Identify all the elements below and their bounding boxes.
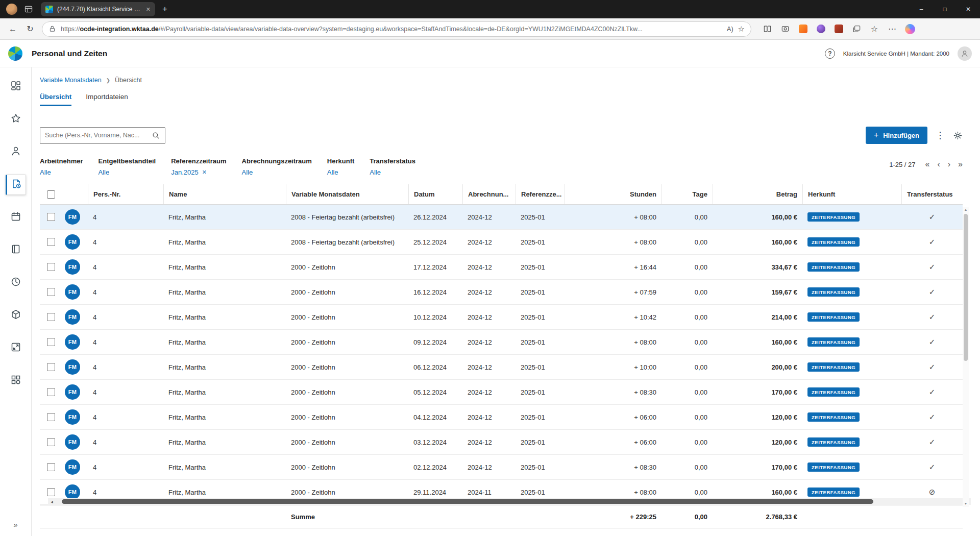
sidebar-item-calendar[interactable] — [6, 207, 26, 228]
workspaces-icon[interactable] — [21, 2, 36, 16]
read-aloud-icon[interactable]: A) — [727, 26, 733, 33]
table-row[interactable]: FM 4 Fritz, Martha 2000 - Zeitlohn 10.12… — [40, 305, 963, 330]
table-row[interactable]: FM 4 Fritz, Martha 2000 - Zeitlohn 06.12… — [40, 355, 963, 380]
pinned-extension-icon-1[interactable] — [796, 22, 810, 36]
column-tage[interactable]: Tage — [662, 184, 713, 204]
sidebar-item-time[interactable] — [6, 273, 26, 293]
add-button[interactable]: + Hinzufügen — [866, 127, 927, 144]
scroll-up-icon[interactable]: ▲ — [964, 207, 968, 213]
sidebar-item-favorites[interactable] — [6, 109, 26, 130]
scroll-left-icon[interactable]: ◂ — [48, 499, 56, 504]
sidebar-item-variable-data[interactable] — [6, 175, 26, 195]
row-checkbox[interactable] — [47, 438, 55, 446]
favorites-bar-icon[interactable]: ☆ — [868, 22, 881, 36]
address-bar[interactable]: https://ocde-integration.wktaa.de/#/Payr… — [42, 21, 751, 37]
pinned-extension-icon-2[interactable] — [814, 22, 827, 36]
split-screen-icon[interactable] — [761, 22, 774, 36]
breadcrumb-link[interactable]: Variable Monatsdaten — [40, 77, 102, 84]
filter-entgeltbestandteil[interactable]: Entgeltbestandteil Alle — [99, 157, 156, 176]
search-input[interactable] — [45, 132, 152, 139]
row-checkbox[interactable] — [47, 288, 55, 296]
column-name[interactable]: Name — [163, 184, 286, 204]
more-actions-icon[interactable]: ⋮ — [936, 130, 945, 141]
table-row[interactable]: FM 4 Fritz, Martha 2008 - Feiertag bezah… — [40, 205, 963, 230]
collections-icon[interactable] — [850, 22, 863, 36]
new-tab-button[interactable]: + — [162, 4, 167, 14]
first-page-icon[interactable]: « — [925, 160, 930, 168]
app-logo[interactable] — [8, 46, 22, 61]
browser-profile-avatar[interactable] — [6, 4, 17, 15]
vertical-scrollbar-thumb[interactable] — [964, 214, 968, 361]
row-checkbox[interactable] — [47, 213, 55, 221]
minimize-button[interactable]: – — [910, 0, 933, 18]
sidebar-item-journal[interactable] — [6, 240, 26, 260]
table-row[interactable]: FM 4 Fritz, Martha 2000 - Zeitlohn 17.12… — [40, 255, 963, 280]
prev-page-icon[interactable]: ‹ — [937, 160, 940, 168]
row-checkbox[interactable] — [47, 388, 55, 396]
sidebar-item-window[interactable] — [6, 338, 26, 358]
site-info-icon[interactable] — [48, 25, 56, 33]
table-row[interactable]: FM 4 Fritz, Martha 2000 - Zeitlohn 09.12… — [40, 330, 963, 355]
search-box[interactable] — [40, 127, 165, 144]
back-icon[interactable]: ← — [5, 21, 20, 37]
table-row[interactable]: FM 4 Fritz, Martha 2000 - Zeitlohn 04.12… — [40, 405, 963, 430]
pinned-extension-icon-3[interactable] — [832, 22, 845, 36]
copilot-icon[interactable] — [903, 22, 917, 36]
user-avatar[interactable] — [958, 46, 972, 61]
column-variable-monatsdaten[interactable]: Variable Monatsdaten — [286, 184, 408, 204]
tab-close-icon[interactable]: ✕ — [146, 6, 151, 13]
settings-more-icon[interactable]: ⋯ — [886, 22, 899, 36]
vertical-scrollbar[interactable]: ▲ ▼ — [963, 207, 969, 507]
refresh-icon[interactable]: ↻ — [22, 21, 38, 37]
column-abrechnungszeitraum[interactable]: Abrechnun... — [462, 184, 516, 204]
filter-referenzzeitraum[interactable]: Referenzzeitraum Jan.2025✕ — [171, 157, 226, 176]
row-checkbox[interactable] — [47, 363, 55, 371]
row-checkbox[interactable] — [47, 313, 55, 321]
column-transferstatus[interactable]: Transferstatus — [901, 184, 963, 204]
next-page-icon[interactable]: › — [948, 160, 950, 168]
web-capture-icon[interactable] — [778, 22, 792, 36]
table-row[interactable]: FM 4 Fritz, Martha 2000 - Zeitlohn 16.12… — [40, 280, 963, 305]
remove-filter-icon[interactable]: ✕ — [202, 169, 207, 176]
horizontal-scrollbar[interactable]: ◂ ▸ — [48, 498, 971, 505]
column-stunden[interactable]: Stunden — [565, 184, 662, 204]
horizontal-scrollbar-thumb[interactable] — [62, 499, 873, 504]
url-text[interactable]: https://ocde-integration.wktaa.de/#/Payr… — [61, 26, 722, 33]
close-button[interactable]: ✕ — [957, 0, 980, 18]
sidebar-item-org-settings[interactable] — [6, 371, 26, 391]
table-settings-icon[interactable] — [953, 131, 963, 140]
sidebar-item-dashboard[interactable] — [6, 77, 26, 97]
row-checkbox[interactable] — [47, 488, 55, 496]
table-row[interactable]: FM 4 Fritz, Martha 2000 - Zeitlohn 05.12… — [40, 380, 963, 405]
table-row[interactable]: FM 4 Fritz, Martha 2008 - Feiertag bezah… — [40, 230, 963, 255]
column-betrag[interactable]: Betrag — [713, 184, 802, 204]
row-checkbox[interactable] — [47, 463, 55, 471]
tab-uebersicht[interactable]: Übersicht — [40, 93, 71, 106]
maximize-button[interactable]: □ — [933, 0, 957, 18]
row-checkbox[interactable] — [47, 413, 55, 421]
filter-arbeitnehmer[interactable]: Arbeitnehmer Alle — [40, 157, 83, 176]
last-page-icon[interactable]: » — [958, 160, 963, 168]
filter-abrechnungszeitraum[interactable]: Abrechnungszeitraum Alle — [242, 157, 312, 176]
sidebar-collapse-icon[interactable]: » — [0, 520, 31, 529]
column-persnr[interactable]: Pers.-Nr. — [88, 184, 163, 204]
table-row[interactable]: FM 4 Fritz, Martha 2000 - Zeitlohn 02.12… — [40, 455, 963, 480]
column-herkunft[interactable]: Herkunft — [802, 184, 901, 204]
tab-importdateien[interactable]: Importdateien — [86, 93, 128, 106]
favorite-star-icon[interactable]: ☆ — [738, 25, 745, 34]
help-icon[interactable]: ? — [825, 48, 835, 59]
sidebar-item-employees[interactable] — [6, 142, 26, 162]
row-checkbox[interactable] — [47, 338, 55, 346]
select-all-checkbox[interactable] — [47, 190, 55, 199]
search-icon[interactable] — [152, 131, 160, 140]
scroll-down-icon[interactable]: ▼ — [964, 501, 968, 507]
row-checkbox[interactable] — [47, 263, 55, 271]
filter-herkunft[interactable]: Herkunft Alle — [327, 157, 354, 176]
table-row[interactable]: FM 4 Fritz, Martha 2000 - Zeitlohn 03.12… — [40, 430, 963, 455]
column-referenzzeitraum[interactable]: Referenzze... — [516, 184, 565, 204]
filter-transferstatus[interactable]: Transferstatus Alle — [370, 157, 415, 176]
browser-tab[interactable]: (244.7.70) Klarsicht Service GmbH ✕ — [41, 2, 155, 16]
column-datum[interactable]: Datum — [408, 184, 462, 204]
sidebar-item-packages[interactable] — [6, 305, 26, 326]
row-checkbox[interactable] — [47, 238, 55, 246]
